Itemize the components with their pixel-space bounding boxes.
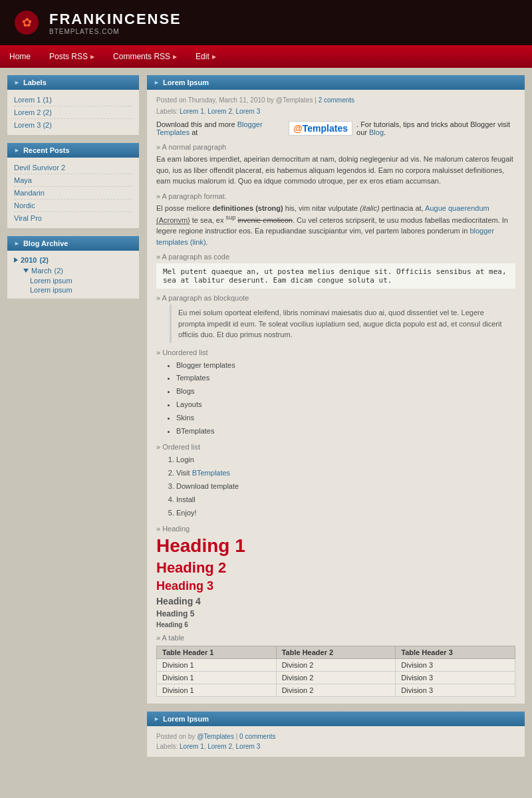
ordered-btemplates-link[interactable]: BTemplates (192, 469, 230, 477)
paragraph-text: Ea eam labores imperdiet, apeirian democ… (156, 154, 515, 187)
archive-year-2010[interactable]: 2010 (2) (14, 255, 132, 265)
blogger-templates-link[interactable]: Blogger Templates (156, 120, 263, 136)
heading-4: Heading 4 (156, 596, 515, 606)
nav-edit[interactable]: Edit ▶ (186, 45, 225, 68)
blog-archive-widget: ► Blog Archive 2010 (2) March (2) Lorem … (7, 235, 140, 299)
format-strikethrough: invenie emoticon (237, 216, 293, 224)
post-2: ► Lorem Ipsum Posted on by @Templates | … (146, 711, 525, 757)
ordered-item-0: Login (176, 454, 515, 467)
archive-title-arrow: ► (14, 240, 20, 247)
recent-post-0[interactable]: Devil Survivor 2 (14, 162, 132, 174)
post2-label-2[interactable]: Lorem 2 (207, 743, 232, 750)
recent-post-1[interactable]: Maya (14, 174, 132, 187)
format-link2[interactable]: blogger templates (link) (156, 227, 494, 246)
labels-widget: ► Labels Lorem 1 (1) Lorem 2 (2) Lorem 3… (7, 74, 140, 136)
format-link1[interactable]: Augue quaerendum (425, 204, 489, 212)
main-content: ► Lorem Ipsum Posted on Thursday, March … (146, 74, 525, 757)
header-text: FRANKINCENSE BTEMPLATES.COM (49, 11, 182, 35)
post-2-body: Posted on by @Templates | 0 comments Lab… (147, 726, 525, 757)
list-item-3: Layouts (176, 398, 515, 412)
post2-author[interactable]: @Templates (197, 733, 234, 740)
archive-month-arrow (23, 269, 29, 273)
table-row-2: Division 1 Division 2 Division 3 (157, 684, 515, 697)
post-2-labels: Labels: Lorem 1, Lorem 2, Lorem 3 (156, 743, 515, 750)
demo-table: Table Header 1 Table Header 2 Table Head… (156, 646, 515, 697)
table-cell-1-2: Division 3 (396, 672, 515, 684)
recent-post-4[interactable]: Viral Pro (14, 212, 132, 224)
post-1-comments-link[interactable]: 2 comments (319, 96, 354, 104)
section-ordered: » Ordered list (156, 443, 515, 451)
post-1-meta: Posted on Thursday, March 11, 2010 by @T… (156, 96, 515, 104)
nav-posts-rss[interactable]: Posts RSS ▶ (40, 45, 104, 68)
recent-posts-title: ► Recent Posts (7, 143, 139, 158)
post2-label-1[interactable]: Lorem 1 (180, 743, 204, 750)
recent-title-text: Recent Posts (23, 146, 70, 154)
archive-title-text: Blog Archive (23, 239, 68, 247)
nav-posts-rss-label: Posts RSS (49, 52, 88, 61)
post-1-title-arrow: ► (154, 79, 160, 86)
post-label-1[interactable]: Lorem 1 (180, 108, 204, 115)
nav-comments-rss-arrow: ▶ (173, 54, 177, 60)
heading-5: Heading 5 (156, 609, 515, 618)
post-1: ► Lorem Ipsum Posted on Thursday, March … (146, 74, 525, 704)
btemplates-banner: Download this and more Blogger Templates… (156, 120, 515, 136)
archive-widget-title: ► Blog Archive (7, 236, 139, 251)
post-1-title-bar: ► Lorem Ipsum (147, 75, 525, 90)
post-2-title-arrow: ► (154, 716, 160, 722)
format-italic: (italic) (360, 204, 379, 212)
table-cell-1-1: Division 2 (276, 672, 396, 684)
post2-label-3[interactable]: Lorem 3 (236, 743, 261, 750)
heading-1: Heading 1 (156, 535, 515, 557)
post-label-2[interactable]: Lorem 2 (207, 108, 232, 115)
section-code: » A paragraph as code (156, 253, 515, 261)
label-lorem3[interactable]: Lorem 3 (2) (14, 119, 132, 131)
site-header: ✿ FRANKINCENSE BTEMPLATES.COM (0, 0, 532, 45)
post-2-title: Lorem Ipsum (163, 715, 209, 723)
ordered-item-1: Visit BTemplates (176, 467, 515, 480)
nav-comments-rss-label: Comments RSS (113, 52, 170, 61)
archive-post-0[interactable]: Lorem ipsum (14, 276, 132, 285)
format-strong: definitiones (strong) (212, 204, 283, 212)
post-1-body: Posted on Thursday, March 11, 2010 by @T… (147, 90, 525, 704)
ordered-item-4: Enjoy! (176, 507, 515, 520)
table-header-1: Table Header 2 (276, 646, 396, 659)
list-item-1: Templates (176, 372, 515, 385)
heading-3: Heading 3 (156, 579, 515, 593)
post-1-labels: Labels: Lorem 1, Lorem 2, Lorem 3 (156, 108, 515, 115)
labels-widget-title: ► Labels (7, 75, 139, 90)
section-normal-paragraph: » A normal paragraph (156, 143, 515, 151)
recent-post-3[interactable]: Nordic (14, 200, 132, 212)
heading-6: Heading 6 (156, 621, 515, 628)
list-item-0: Blogger templates (176, 359, 515, 372)
archive-post-1[interactable]: Lorem ipsum (14, 285, 132, 295)
table-cell-2-2: Division 3 (396, 684, 515, 697)
table-cell-1-0: Division 1 (157, 672, 277, 684)
post-2-title-bar: ► Lorem Ipsum (147, 712, 525, 726)
site-title: FRANKINCENSE (49, 11, 182, 28)
section-paragraph-format: » A paragraph format. (156, 192, 515, 200)
labels-widget-content: Lorem 1 (1) Lorem 2 (2) Lorem 3 (2) (7, 90, 139, 135)
nav-comments-rss[interactable]: Comments RSS ▶ (104, 45, 186, 68)
table-cell-0-2: Division 3 (396, 659, 515, 672)
list-item-2: Blogs (176, 385, 515, 398)
list-item-5: BTemplates (176, 425, 515, 438)
archive-month-march[interactable]: March (2) (14, 265, 132, 276)
blog-link[interactable]: Blog (369, 128, 384, 136)
recent-post-2[interactable]: Mandarin (14, 187, 132, 200)
blockquote-demo: Eu mei solum oporteat eleifend, libris n… (170, 305, 515, 343)
nav-edit-label: Edit (196, 52, 209, 61)
table-header-row: Table Header 1 Table Header 2 Table Head… (157, 646, 515, 659)
table-cell-2-0: Division 1 (157, 684, 277, 697)
nav-home[interactable]: Home (0, 45, 40, 68)
unordered-list: Blogger templates Templates Blogs Layout… (176, 359, 515, 438)
table-cell-2-1: Division 2 (276, 684, 396, 697)
nav-posts-rss-arrow: ▶ (90, 54, 94, 60)
archive-year-arrow (14, 257, 18, 263)
download-text: Download this and more Blogger Templates… (156, 120, 285, 136)
label-lorem2[interactable]: Lorem 2 (2) (14, 106, 132, 119)
recent-posts-content: Devil Survivor 2 Maya Mandarin Nordic Vi… (7, 158, 139, 228)
label-lorem1[interactable]: Lorem 1 (1) (14, 94, 132, 106)
post2-comments[interactable]: 0 comments (239, 733, 275, 740)
post-label-3[interactable]: Lorem 3 (236, 108, 261, 115)
recent-posts-widget: ► Recent Posts Devil Survivor 2 Maya Man… (7, 142, 140, 229)
